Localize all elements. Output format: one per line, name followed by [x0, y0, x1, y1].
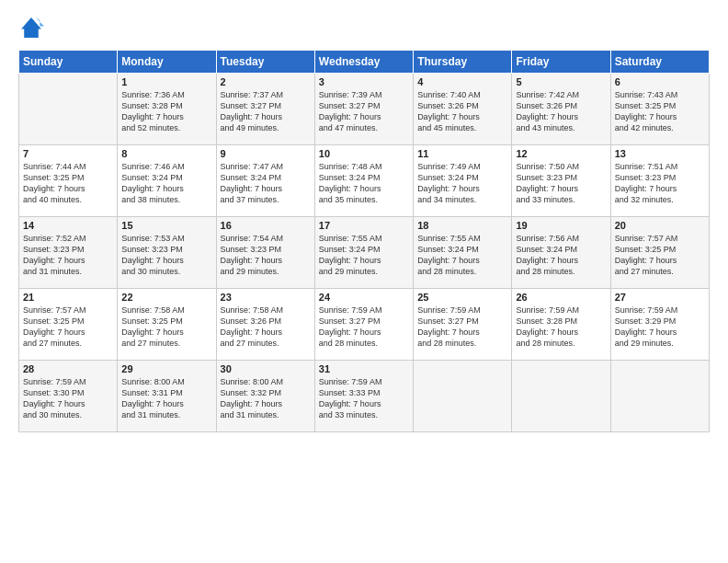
- day-info: Sunrise: 7:59 AM Sunset: 3:28 PM Dayligh…: [516, 304, 606, 350]
- svg-marker-0: [21, 17, 41, 38]
- day-cell: 19Sunrise: 7:56 AM Sunset: 3:24 PM Dayli…: [512, 217, 610, 289]
- day-number: 16: [221, 220, 311, 231]
- day-number: 7: [23, 148, 113, 159]
- day-cell: 1Sunrise: 7:36 AM Sunset: 3:28 PM Daylig…: [118, 74, 216, 145]
- day-cell: 4Sunrise: 7:40 AM Sunset: 3:26 PM Daylig…: [414, 74, 512, 145]
- day-info: Sunrise: 7:59 AM Sunset: 3:30 PM Dayligh…: [23, 376, 113, 421]
- day-cell: 14Sunrise: 7:52 AM Sunset: 3:23 PM Dayli…: [19, 217, 118, 289]
- day-cell: 18Sunrise: 7:55 AM Sunset: 3:24 PM Dayli…: [414, 217, 512, 289]
- weekday-header-saturday: Saturday: [610, 51, 709, 74]
- day-number: 17: [319, 220, 409, 231]
- day-number: 21: [23, 292, 113, 303]
- day-info: Sunrise: 7:59 AM Sunset: 3:27 PM Dayligh…: [417, 304, 507, 350]
- day-info: Sunrise: 7:54 AM Sunset: 3:23 PM Dayligh…: [221, 233, 311, 278]
- day-info: Sunrise: 7:51 AM Sunset: 3:23 PM Dayligh…: [615, 161, 705, 206]
- header: [18, 15, 710, 40]
- day-number: 12: [516, 148, 606, 159]
- day-info: Sunrise: 7:57 AM Sunset: 3:25 PM Dayligh…: [615, 233, 705, 278]
- day-info: Sunrise: 7:59 AM Sunset: 3:33 PM Dayligh…: [319, 376, 409, 421]
- day-cell: 17Sunrise: 7:55 AM Sunset: 3:24 PM Dayli…: [314, 217, 413, 289]
- day-number: 3: [319, 76, 409, 87]
- day-cell: 8Sunrise: 7:46 AM Sunset: 3:24 PM Daylig…: [118, 145, 216, 217]
- day-cell: 21Sunrise: 7:57 AM Sunset: 3:25 PM Dayli…: [19, 289, 118, 361]
- day-info: Sunrise: 7:59 AM Sunset: 3:29 PM Dayligh…: [615, 304, 705, 350]
- day-cell: [414, 361, 512, 432]
- day-number: 14: [23, 220, 113, 231]
- day-number: 26: [516, 292, 606, 303]
- day-info: Sunrise: 7:50 AM Sunset: 3:23 PM Dayligh…: [516, 161, 606, 206]
- day-number: 25: [417, 292, 507, 303]
- day-cell: 16Sunrise: 7:54 AM Sunset: 3:23 PM Dayli…: [216, 217, 314, 289]
- day-cell: 13Sunrise: 7:51 AM Sunset: 3:23 PM Dayli…: [610, 145, 709, 217]
- day-number: 20: [615, 220, 705, 231]
- day-number: 15: [121, 220, 211, 231]
- day-info: Sunrise: 7:47 AM Sunset: 3:24 PM Dayligh…: [221, 161, 311, 206]
- day-number: 19: [516, 220, 606, 231]
- day-info: Sunrise: 7:49 AM Sunset: 3:24 PM Dayligh…: [417, 161, 507, 206]
- weekday-header-tuesday: Tuesday: [216, 51, 314, 74]
- day-number: 29: [121, 363, 211, 374]
- day-number: 18: [417, 220, 507, 231]
- day-number: 30: [221, 363, 311, 374]
- day-info: Sunrise: 7:56 AM Sunset: 3:24 PM Dayligh…: [516, 233, 606, 278]
- day-cell: 12Sunrise: 7:50 AM Sunset: 3:23 PM Dayli…: [512, 145, 610, 217]
- day-number: 31: [319, 363, 409, 374]
- day-cell: 31Sunrise: 7:59 AM Sunset: 3:33 PM Dayli…: [314, 361, 413, 432]
- day-number: 24: [319, 292, 409, 303]
- day-info: Sunrise: 7:53 AM Sunset: 3:23 PM Dayligh…: [121, 233, 211, 278]
- day-number: 9: [221, 148, 311, 159]
- day-number: 4: [417, 76, 507, 87]
- day-info: Sunrise: 7:46 AM Sunset: 3:24 PM Dayligh…: [121, 161, 211, 206]
- day-cell: 26Sunrise: 7:59 AM Sunset: 3:28 PM Dayli…: [512, 289, 610, 361]
- day-cell: 29Sunrise: 8:00 AM Sunset: 3:31 PM Dayli…: [118, 361, 216, 432]
- weekday-header-wednesday: Wednesday: [314, 51, 413, 74]
- day-number: 28: [23, 363, 113, 374]
- day-cell: 30Sunrise: 8:00 AM Sunset: 3:32 PM Dayli…: [216, 361, 314, 432]
- day-cell: 3Sunrise: 7:39 AM Sunset: 3:27 PM Daylig…: [314, 74, 413, 145]
- day-cell: 20Sunrise: 7:57 AM Sunset: 3:25 PM Dayli…: [610, 217, 709, 289]
- day-info: Sunrise: 7:37 AM Sunset: 3:27 PM Dayligh…: [221, 89, 311, 134]
- day-info: Sunrise: 8:00 AM Sunset: 3:32 PM Dayligh…: [221, 376, 311, 421]
- day-number: 10: [319, 148, 409, 159]
- weekday-header-friday: Friday: [512, 51, 610, 74]
- day-info: Sunrise: 7:57 AM Sunset: 3:25 PM Dayligh…: [23, 304, 113, 350]
- day-cell: 27Sunrise: 7:59 AM Sunset: 3:29 PM Dayli…: [610, 289, 709, 361]
- day-cell: 5Sunrise: 7:42 AM Sunset: 3:26 PM Daylig…: [512, 74, 610, 145]
- logo: [18, 15, 48, 40]
- day-cell: [512, 361, 610, 432]
- day-cell: 11Sunrise: 7:49 AM Sunset: 3:24 PM Dayli…: [414, 145, 512, 217]
- day-info: Sunrise: 7:43 AM Sunset: 3:25 PM Dayligh…: [615, 89, 705, 134]
- day-info: Sunrise: 7:42 AM Sunset: 3:26 PM Dayligh…: [516, 89, 606, 134]
- day-info: Sunrise: 7:44 AM Sunset: 3:25 PM Dayligh…: [23, 161, 113, 206]
- weekday-header-monday: Monday: [118, 51, 216, 74]
- day-info: Sunrise: 7:36 AM Sunset: 3:28 PM Dayligh…: [121, 89, 211, 134]
- logo-icon: [18, 15, 44, 40]
- day-cell: 7Sunrise: 7:44 AM Sunset: 3:25 PM Daylig…: [19, 145, 118, 217]
- week-row-5: 28Sunrise: 7:59 AM Sunset: 3:30 PM Dayli…: [19, 361, 710, 432]
- week-row-1: 1Sunrise: 7:36 AM Sunset: 3:28 PM Daylig…: [19, 74, 710, 145]
- day-info: Sunrise: 7:52 AM Sunset: 3:23 PM Dayligh…: [23, 233, 113, 278]
- day-cell: 23Sunrise: 7:58 AM Sunset: 3:26 PM Dayli…: [216, 289, 314, 361]
- week-row-2: 7Sunrise: 7:44 AM Sunset: 3:25 PM Daylig…: [19, 145, 710, 217]
- day-number: 27: [615, 292, 705, 303]
- day-cell: [19, 74, 118, 145]
- calendar-table: SundayMondayTuesdayWednesdayThursdayFrid…: [18, 50, 710, 432]
- day-cell: 25Sunrise: 7:59 AM Sunset: 3:27 PM Dayli…: [414, 289, 512, 361]
- day-number: 11: [417, 148, 507, 159]
- day-number: 8: [121, 148, 211, 159]
- week-row-4: 21Sunrise: 7:57 AM Sunset: 3:25 PM Dayli…: [19, 289, 710, 361]
- day-info: Sunrise: 7:58 AM Sunset: 3:26 PM Dayligh…: [221, 304, 311, 350]
- weekday-header-thursday: Thursday: [414, 51, 512, 74]
- day-info: Sunrise: 7:55 AM Sunset: 3:24 PM Dayligh…: [319, 233, 409, 278]
- day-cell: 28Sunrise: 7:59 AM Sunset: 3:30 PM Dayli…: [19, 361, 118, 432]
- day-cell: [610, 361, 709, 432]
- day-info: Sunrise: 7:59 AM Sunset: 3:27 PM Dayligh…: [319, 304, 409, 350]
- page: SundayMondayTuesdayWednesdayThursdayFrid…: [0, 0, 728, 563]
- day-number: 13: [615, 148, 705, 159]
- day-info: Sunrise: 8:00 AM Sunset: 3:31 PM Dayligh…: [121, 376, 211, 421]
- day-info: Sunrise: 7:58 AM Sunset: 3:25 PM Dayligh…: [121, 304, 211, 350]
- day-number: 23: [221, 292, 311, 303]
- day-cell: 22Sunrise: 7:58 AM Sunset: 3:25 PM Dayli…: [118, 289, 216, 361]
- day-info: Sunrise: 7:55 AM Sunset: 3:24 PM Dayligh…: [417, 233, 507, 278]
- day-cell: 6Sunrise: 7:43 AM Sunset: 3:25 PM Daylig…: [610, 74, 709, 145]
